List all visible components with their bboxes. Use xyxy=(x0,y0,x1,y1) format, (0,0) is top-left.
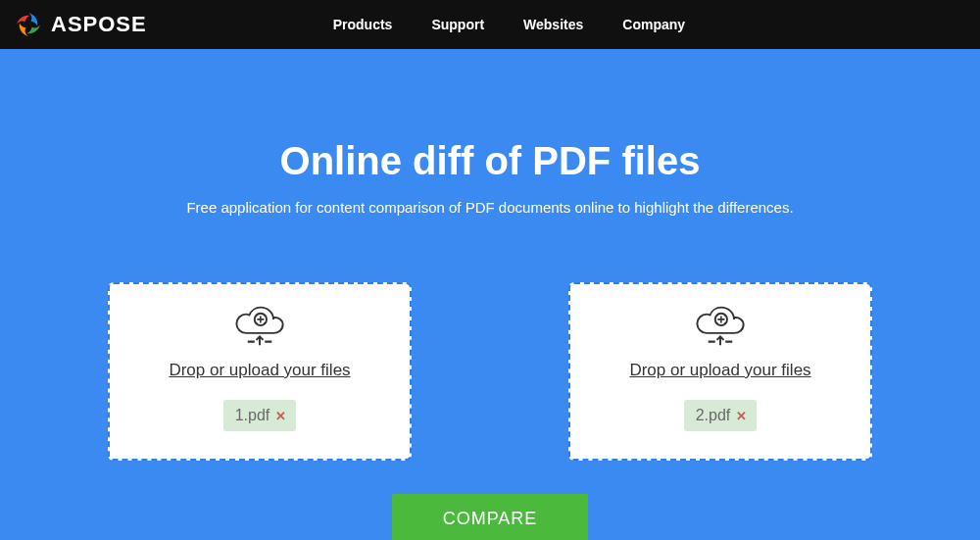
page-title: Online diff of PDF files xyxy=(0,139,980,183)
remove-file-1-icon[interactable]: ✕ xyxy=(275,409,286,423)
drop-zone-2-label: Drop or upload your files xyxy=(629,361,810,380)
nav-websites[interactable]: Websites xyxy=(523,17,583,32)
drop-zone-1[interactable]: Drop or upload your files 1.pdf ✕ xyxy=(108,282,412,461)
remove-file-2-icon[interactable]: ✕ xyxy=(736,409,747,423)
upload-icon xyxy=(693,304,748,351)
drop-zone-1-label: Drop or upload your files xyxy=(169,361,350,380)
nav-products[interactable]: Products xyxy=(333,17,393,32)
hero: Online diff of PDF files Free applicatio… xyxy=(0,49,980,216)
file-name-1: 1.pdf xyxy=(235,407,270,424)
header: ASPOSE Products Support Websites Company xyxy=(0,0,980,49)
nav-company[interactable]: Company xyxy=(622,17,685,32)
compare-button[interactable]: COMPARE xyxy=(392,494,589,540)
file-name-2: 2.pdf xyxy=(696,407,731,424)
aspose-logo-icon xyxy=(14,10,43,39)
nav: Products Support Websites Company xyxy=(333,17,685,32)
drop-zones: Drop or upload your files 1.pdf ✕ Drop o… xyxy=(0,282,980,461)
nav-support[interactable]: Support xyxy=(431,17,484,32)
brand-name: ASPOSE xyxy=(51,12,147,37)
file-chip-2: 2.pdf ✕ xyxy=(684,400,758,431)
drop-zone-2[interactable]: Drop or upload your files 2.pdf ✕ xyxy=(568,282,872,461)
page-subtitle: Free application for content comparison … xyxy=(0,199,980,216)
brand-logo[interactable]: ASPOSE xyxy=(14,10,147,39)
compare-wrap: COMPARE xyxy=(0,494,980,540)
file-chip-1: 1.pdf ✕ xyxy=(223,400,297,431)
upload-icon xyxy=(232,304,287,351)
